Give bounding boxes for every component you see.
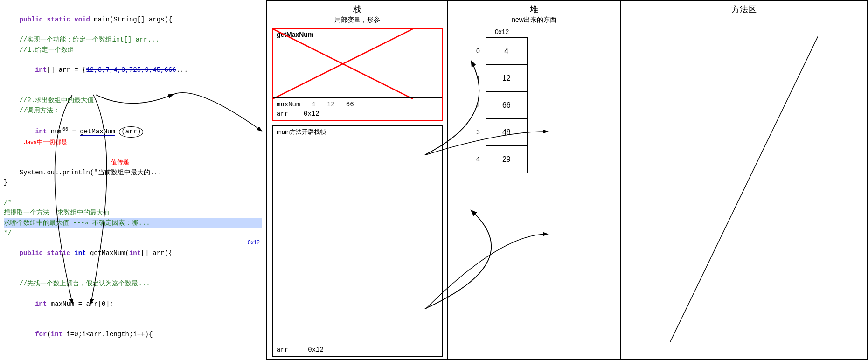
frame-main-bottom: arr 0x12 [273,343,442,356]
frame-main: main方法开辟栈帧 arr 0x12 [272,125,443,357]
val-maxnum-12: 12 [327,101,335,108]
label-arr-getmaxnum: arr [277,110,288,118]
heap-title: 堆 [448,1,620,16]
heap-cell-4: 29 [486,146,527,173]
heap-cell-2: 66 [486,92,527,119]
keyword-public: public [20,16,43,23]
method-title: 方法区 [621,1,867,18]
code-maxnum-init: int maxNum = arr[0]; [4,289,262,319]
frame-row-arr: arr 0x12 [277,110,438,118]
code-comment-slash: /* [4,198,262,208]
heap-index-0: 0 [476,37,484,64]
heap-index-3: 3 [476,118,484,145]
code-comment-4: //调用方法： [4,106,262,116]
diagram-area: 栈 局部变量，形参 getMaxNum maxNum 4 12 66 [266,0,868,360]
stack-panel: 栈 局部变量，形参 getMaxNum maxNum 4 12 66 [266,0,448,360]
val-maxnum-4: 4 [312,101,315,108]
code-comment-7: */ [4,228,262,239]
code-comment-8: //先找一个数上插台，假定认为这个数最... [4,279,262,289]
val-arr-getmaxnum: 0x12 [304,110,319,118]
code-brace-close-main: } [4,178,262,188]
code-for: for(int i=0;i<arr.length;i++){ [4,319,262,350]
heap-subtitle: new出来的东西 [448,16,620,28]
frame-getmaxnum-label: getMaxNum [273,29,442,40]
code-panel: public static void main(String[] args){ … [0,0,266,360]
method-area-decoration [621,20,867,359]
heap-address-label: 0x12 [448,28,620,35]
code-line-1: public static void main(String[] args){ [4,5,262,35]
heap-cell-3: 48 [486,119,527,146]
heap-cell-0: 4 [486,38,527,65]
code-getmaxnum-def: public static int getMaxNum(int[] arr){ … [4,238,262,279]
code-blank-1 [4,86,262,96]
svg-line-2 [670,36,818,342]
heap-array-container: 0 1 2 3 4 4 12 66 48 29 [476,37,620,173]
code-comment-2: //1.给定一个数组 [4,45,262,55]
code-comment-6: 求哪个数组中的最大值 ---» 不确定因素：哪... [4,218,262,228]
code-println: System.out.println("当前数组中最大的... [4,168,262,178]
label-maxnum: maxNum [277,101,300,108]
frame-getmaxnum-content: maxNum 4 12 66 arr 0x12 [273,97,442,120]
code-int-num: int num66 = getMaxNum (arr) Java中一切都是 [4,116,262,158]
frame-getmaxnum: getMaxNum maxNum 4 12 66 arr [272,28,443,121]
heap-array-box: 4 12 66 48 29 [486,37,528,173]
code-comment-3: //2.求出数组中的最大值： [4,96,262,106]
heap-cell-1: 12 [486,65,527,92]
frame-main-label: main方法开辟栈帧 [273,126,442,138]
stack-subtitle: 局部变量，形参 [267,16,447,26]
stack-title: 栈 [267,1,447,16]
annot-value-transfer: 值传递 [4,158,262,168]
keyword-static: static [47,16,70,23]
code-comment-1: //实现一个功能：给定一个数组int[] arr... [4,35,262,45]
label-arr-main: arr [277,346,288,353]
heap-index-4: 4 [476,145,484,173]
method-panel: 方法区 [621,0,868,360]
code-if: if(arr[i]>maxNum){ [4,350,262,360]
heap-indices: 0 1 2 3 4 [476,37,484,173]
heap-index-2: 2 [476,91,484,118]
frame-row-maxnum: maxNum 4 12 66 [277,101,438,108]
code-blank-2 [4,188,262,198]
heap-index-1: 1 [476,64,484,91]
keyword-void: void [74,16,90,23]
heap-panel: 堆 new出来的东西 0x12 0 1 2 3 4 4 12 66 48 29 [448,0,621,360]
val-maxnum-66: 66 [346,101,354,108]
val-arr-main: 0x12 [308,346,324,353]
code-comment-5: 想提取一个方法 求数组中的最大值 [4,208,262,218]
code-int-arr: int[] arr = {12,3,7,4,0,725,9,45,666... [4,55,262,85]
